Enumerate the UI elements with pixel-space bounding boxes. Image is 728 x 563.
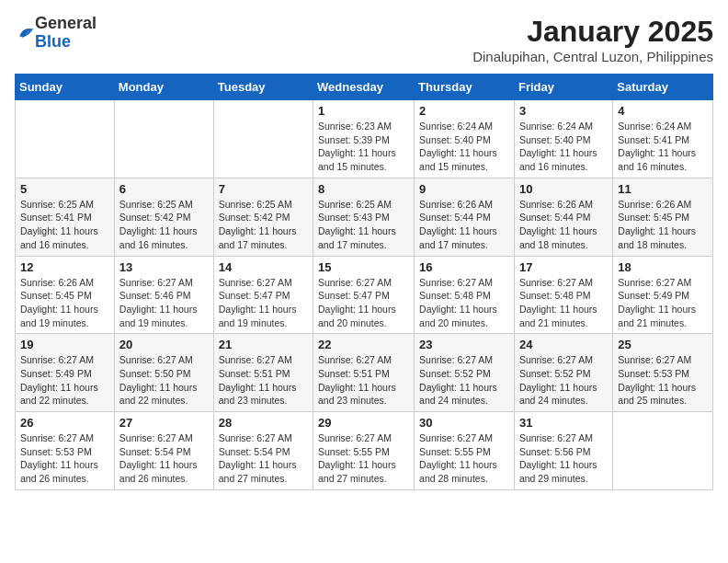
day-number: 13 [119, 260, 209, 274]
calendar-week-row: 26Sunrise: 6:27 AM Sunset: 5:53 PM Dayli… [16, 412, 713, 490]
calendar-cell: 11Sunrise: 6:26 AM Sunset: 5:45 PM Dayli… [613, 178, 713, 256]
day-number: 11 [618, 182, 708, 196]
calendar-cell: 6Sunrise: 6:25 AM Sunset: 5:42 PM Daylig… [114, 178, 213, 256]
day-number: 22 [318, 338, 409, 351]
day-number: 7 [219, 182, 308, 196]
calendar-cell: 29Sunrise: 6:27 AM Sunset: 5:55 PM Dayli… [313, 412, 415, 490]
calendar-cell: 21Sunrise: 6:27 AM Sunset: 5:51 PM Dayli… [213, 334, 313, 412]
day-info: Sunrise: 6:27 AM Sunset: 5:51 PM Dayligh… [219, 353, 308, 408]
day-number: 14 [219, 260, 308, 274]
day-info: Sunrise: 6:27 AM Sunset: 5:53 PM Dayligh… [20, 431, 109, 486]
calendar-cell: 17Sunrise: 6:27 AM Sunset: 5:48 PM Dayli… [514, 256, 612, 334]
day-number: 2 [419, 104, 509, 118]
calendar-cell: 23Sunrise: 6:27 AM Sunset: 5:52 PM Dayli… [415, 334, 515, 412]
day-info: Sunrise: 6:27 AM Sunset: 5:47 PM Dayligh… [219, 276, 308, 330]
calendar-table: SundayMondayTuesdayWednesdayThursdayFrid… [15, 74, 713, 490]
day-info: Sunrise: 6:27 AM Sunset: 5:55 PM Dayligh… [318, 431, 409, 486]
calendar-cell: 14Sunrise: 6:27 AM Sunset: 5:47 PM Dayli… [213, 256, 313, 334]
calendar-cell: 8Sunrise: 6:25 AM Sunset: 5:43 PM Daylig… [313, 178, 415, 256]
day-number: 21 [219, 338, 308, 351]
day-number: 3 [519, 104, 608, 118]
calendar-week-row: 5Sunrise: 6:25 AM Sunset: 5:41 PM Daylig… [16, 178, 713, 256]
day-number: 28 [219, 416, 308, 430]
calendar-cell [613, 412, 713, 490]
day-number: 12 [20, 260, 109, 274]
calendar-subtitle: Dinalupihan, Central Luzon, Philippines [472, 49, 713, 64]
day-number: 4 [618, 104, 708, 118]
calendar-cell: 3Sunrise: 6:24 AM Sunset: 5:40 PM Daylig… [514, 100, 612, 178]
day-number: 23 [419, 338, 509, 351]
day-info: Sunrise: 6:27 AM Sunset: 5:55 PM Dayligh… [419, 431, 509, 486]
day-info: Sunrise: 6:27 AM Sunset: 5:54 PM Dayligh… [219, 431, 308, 486]
calendar-cell: 25Sunrise: 6:27 AM Sunset: 5:53 PM Dayli… [613, 334, 713, 412]
day-info: Sunrise: 6:25 AM Sunset: 5:42 PM Dayligh… [219, 198, 308, 252]
day-number: 8 [318, 182, 409, 196]
day-number: 1 [318, 104, 409, 118]
day-info: Sunrise: 6:27 AM Sunset: 5:52 PM Dayligh… [419, 353, 509, 408]
calendar-cell: 7Sunrise: 6:25 AM Sunset: 5:42 PM Daylig… [213, 178, 313, 256]
day-info: Sunrise: 6:27 AM Sunset: 5:52 PM Dayligh… [519, 353, 608, 408]
calendar-cell: 4Sunrise: 6:24 AM Sunset: 5:41 PM Daylig… [613, 100, 713, 178]
calendar-week-row: 12Sunrise: 6:26 AM Sunset: 5:45 PM Dayli… [16, 256, 713, 334]
day-info: Sunrise: 6:27 AM Sunset: 5:47 PM Dayligh… [318, 276, 409, 330]
calendar-cell: 19Sunrise: 6:27 AM Sunset: 5:49 PM Dayli… [16, 334, 115, 412]
day-number: 31 [519, 416, 608, 430]
day-info: Sunrise: 6:26 AM Sunset: 5:44 PM Dayligh… [519, 198, 608, 252]
calendar-cell: 22Sunrise: 6:27 AM Sunset: 5:51 PM Dayli… [313, 334, 415, 412]
logo: General Blue [15, 15, 97, 52]
day-info: Sunrise: 6:24 AM Sunset: 5:41 PM Dayligh… [618, 120, 708, 174]
day-number: 9 [419, 182, 509, 196]
day-number: 27 [119, 416, 209, 430]
calendar-cell [213, 100, 313, 178]
logo-general: General [35, 15, 97, 33]
calendar-week-row: 1Sunrise: 6:23 AM Sunset: 5:39 PM Daylig… [16, 100, 713, 178]
calendar-cell: 30Sunrise: 6:27 AM Sunset: 5:55 PM Dayli… [415, 412, 515, 490]
day-info: Sunrise: 6:27 AM Sunset: 5:48 PM Dayligh… [419, 276, 509, 330]
day-info: Sunrise: 6:27 AM Sunset: 5:48 PM Dayligh… [519, 276, 608, 330]
logo-text: General Blue [35, 15, 97, 52]
day-info: Sunrise: 6:27 AM Sunset: 5:51 PM Dayligh… [318, 353, 409, 408]
day-number: 25 [618, 338, 708, 351]
day-info: Sunrise: 6:25 AM Sunset: 5:43 PM Dayligh… [318, 198, 409, 252]
weekday-header-wednesday: Wednesday [313, 75, 415, 100]
day-info: Sunrise: 6:24 AM Sunset: 5:40 PM Dayligh… [419, 120, 509, 174]
logo-blue: Blue [35, 33, 97, 52]
logo-bird-icon [17, 24, 35, 42]
calendar-cell: 2Sunrise: 6:24 AM Sunset: 5:40 PM Daylig… [415, 100, 515, 178]
day-info: Sunrise: 6:26 AM Sunset: 5:44 PM Dayligh… [419, 198, 509, 252]
day-info: Sunrise: 6:25 AM Sunset: 5:41 PM Dayligh… [20, 198, 109, 252]
weekday-header-sunday: Sunday [16, 75, 115, 100]
calendar-cell: 10Sunrise: 6:26 AM Sunset: 5:44 PM Dayli… [514, 178, 612, 256]
weekday-header-tuesday: Tuesday [213, 75, 313, 100]
weekday-header-friday: Friday [514, 75, 612, 100]
day-number: 24 [519, 338, 608, 351]
page-header: General Blue January 2025 Dinalupihan, C… [15, 15, 713, 64]
day-info: Sunrise: 6:27 AM Sunset: 5:46 PM Dayligh… [119, 276, 209, 330]
day-info: Sunrise: 6:26 AM Sunset: 5:45 PM Dayligh… [20, 276, 109, 330]
day-info: Sunrise: 6:23 AM Sunset: 5:39 PM Dayligh… [318, 120, 409, 174]
day-number: 18 [618, 260, 708, 274]
calendar-cell: 31Sunrise: 6:27 AM Sunset: 5:56 PM Dayli… [514, 412, 612, 490]
day-number: 16 [419, 260, 509, 274]
calendar-week-row: 19Sunrise: 6:27 AM Sunset: 5:49 PM Dayli… [16, 334, 713, 412]
day-info: Sunrise: 6:27 AM Sunset: 5:56 PM Dayligh… [519, 431, 608, 486]
day-number: 19 [20, 338, 109, 351]
day-number: 30 [419, 416, 509, 430]
calendar-cell [16, 100, 115, 178]
title-block: January 2025 Dinalupihan, Central Luzon,… [472, 15, 713, 64]
calendar-cell: 24Sunrise: 6:27 AM Sunset: 5:52 PM Dayli… [514, 334, 612, 412]
calendar-cell: 9Sunrise: 6:26 AM Sunset: 5:44 PM Daylig… [415, 178, 515, 256]
calendar-cell [114, 100, 213, 178]
day-number: 6 [119, 182, 209, 196]
calendar-cell: 16Sunrise: 6:27 AM Sunset: 5:48 PM Dayli… [415, 256, 515, 334]
calendar-cell: 1Sunrise: 6:23 AM Sunset: 5:39 PM Daylig… [313, 100, 415, 178]
calendar-cell: 18Sunrise: 6:27 AM Sunset: 5:49 PM Dayli… [613, 256, 713, 334]
day-number: 29 [318, 416, 409, 430]
calendar-cell: 20Sunrise: 6:27 AM Sunset: 5:50 PM Dayli… [114, 334, 213, 412]
day-number: 26 [20, 416, 109, 430]
day-info: Sunrise: 6:27 AM Sunset: 5:54 PM Dayligh… [119, 431, 209, 486]
calendar-title: January 2025 [472, 15, 713, 49]
calendar-cell: 5Sunrise: 6:25 AM Sunset: 5:41 PM Daylig… [16, 178, 115, 256]
day-info: Sunrise: 6:27 AM Sunset: 5:49 PM Dayligh… [20, 353, 109, 408]
day-info: Sunrise: 6:26 AM Sunset: 5:45 PM Dayligh… [618, 198, 708, 252]
